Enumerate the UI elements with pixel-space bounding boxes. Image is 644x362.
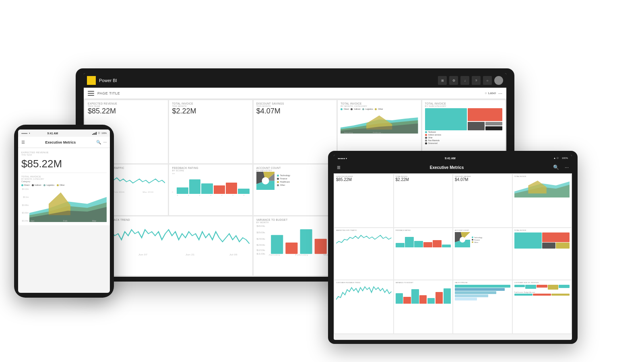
- treemap-legend: Outsourced: [425, 142, 502, 144]
- tablet-small-search-icon[interactable]: 🔍: [553, 165, 559, 170]
- svg-text:Feb 2016: Feb 2016: [114, 191, 124, 193]
- user-avatar[interactable]: [494, 76, 503, 85]
- small-kpi-value: $4.07M: [455, 177, 510, 182]
- phone-more-icon[interactable]: ···: [103, 140, 107, 144]
- settings-icon[interactable]: ⚙: [449, 76, 458, 85]
- tablet-small-dashboard: Expected Revenue $85.22M Total Invoice $…: [334, 173, 572, 334]
- signal-bars-icon: [92, 132, 97, 135]
- small-tablet-battery: 100%: [562, 157, 568, 159]
- legend-logistics: Logistics: [362, 108, 373, 110]
- carrier-label: ▾: [29, 132, 30, 134]
- svg-text:$40k: $40k: [256, 238, 265, 240]
- phone-chart-legend: Direct Indirect Logistics Other: [21, 184, 107, 186]
- phone-time: 9:41 AM: [47, 132, 58, 135]
- legend-item: Healthcare: [277, 181, 290, 183]
- download-icon[interactable]: ↓: [460, 76, 469, 85]
- phone-content: Expected Revenue THIS YEAR $85.22M Total…: [18, 148, 110, 225]
- svg-point-16: [262, 177, 269, 184]
- tablet-small-screen: ●●●●● ▾ 9:41 AM ▲ ⦾ 100% ☰ Executive Met…: [334, 155, 572, 340]
- svg-rect-33: [285, 243, 297, 254]
- small-feedback-card: Feedback Rating: [394, 228, 453, 279]
- tablet-small-hamburger-icon[interactable]: ☰: [337, 165, 341, 170]
- small-variance-card: Variance to Budget: [394, 280, 453, 333]
- pie-chart-svg: [256, 172, 275, 190]
- small-kpi-invoice: Total Invoice $2.22M: [394, 174, 453, 227]
- small-kpi-discount: Discount Savings $4.07M: [453, 174, 512, 227]
- chart-label: Total Invoice: [425, 102, 502, 105]
- legend-indirect: Indirect: [351, 108, 360, 110]
- treemap-legend: Indirect services: [425, 134, 502, 136]
- small-account-card: Account Count Technology Finance Other: [453, 228, 512, 279]
- phone-device: ●●●●● ▾ 9:41 AM ⦾ 100% ☰: [14, 125, 114, 298]
- legend-item: Finance: [277, 177, 290, 180]
- phone-status-right: ⦾ 100%: [92, 132, 107, 135]
- legend-item: Technology: [277, 174, 290, 177]
- svg-text:$20k: $20k: [256, 249, 265, 251]
- phone-app-header: ☰ Executive Metrics 🔍 ···: [18, 137, 110, 148]
- pbi-header: Power BI ⊞ ⚙ ↓ ? ○: [84, 73, 506, 88]
- phone-search-icon[interactable]: 🔍: [96, 140, 101, 144]
- chart-sublabel: BY SUBCATEGORY: [425, 105, 502, 107]
- small-chart-label: Customer Size vs. Revenue: [514, 282, 570, 284]
- page-title-label: PAGE TITLE: [97, 91, 120, 95]
- tablet-small-more-icon[interactable]: ···: [565, 165, 569, 170]
- kpi-value: $85.22M: [88, 107, 165, 115]
- pbi-subheader: PAGE TITLE ○ Label ···: [84, 88, 506, 99]
- phone-area-chart-svg: Jan Feb Mar: [29, 188, 107, 222]
- svg-rect-2: [92, 78, 93, 83]
- grid-icon[interactable]: ⊞: [438, 76, 447, 85]
- small-traffic-card: Marketing Site Traffic: [334, 228, 393, 279]
- pie-legend: Technology Finance Healthcare Other: [277, 174, 290, 187]
- svg-rect-34: [300, 229, 312, 254]
- kpi-label: Expected Revenue: [88, 102, 165, 105]
- pbi-header-actions: ⊞ ⚙ ↓ ? ○: [438, 76, 503, 85]
- tablet-small: ●●●●● ▾ 9:41 AM ▲ ⦾ 100% ☰ Executive Met…: [328, 151, 578, 344]
- svg-text:Feb: Feb: [63, 220, 67, 222]
- help-icon[interactable]: ?: [472, 76, 481, 85]
- svg-rect-35: [314, 239, 326, 254]
- treemap-legend: Hardware: [425, 131, 502, 133]
- svg-rect-0: [89, 80, 90, 83]
- kpi-value: $2.22M: [172, 107, 249, 115]
- small-treemap-card: Total Invoice: [513, 228, 572, 279]
- small-kpi-revenue: Expected Revenue $85.22M: [334, 174, 393, 227]
- more-options-icon[interactable]: ···: [498, 90, 502, 96]
- tablet-small-status-bar: ●●●●● ▾ 9:41 AM ▲ ⦾ 100%: [334, 155, 572, 161]
- svg-text:Jun 07: Jun 07: [138, 254, 148, 256]
- svg-text:Jan: Jan: [31, 220, 35, 222]
- small-pipeline-card: Sales Pipeline: [453, 280, 512, 333]
- svg-rect-1: [90, 79, 91, 83]
- phone-category-label: Category: [21, 180, 107, 183]
- svg-text:Jun 21: Jun 21: [186, 254, 195, 256]
- svg-marker-56: [528, 181, 546, 193]
- svg-text:$60k: $60k: [256, 225, 265, 227]
- kpi-total-invoice: Total Invoice THIS MONTH $2.22M: [169, 100, 252, 163]
- notifications-icon[interactable]: ○: [483, 76, 492, 85]
- small-trend-svg: [336, 284, 392, 304]
- phone-total-invoice-card: Total Invoice BY MONTH, CATEGORY Categor…: [21, 175, 107, 222]
- wifi-icon: ⦾: [98, 132, 100, 135]
- label-button[interactable]: ○ Label: [485, 91, 496, 95]
- svg-point-60: [460, 237, 465, 243]
- svg-text:Februa...: Februa...: [373, 132, 383, 133]
- phone-hamburger-icon[interactable]: ☰: [21, 140, 25, 144]
- phone-screen: ●●●●● ▾ 9:41 AM ⦾ 100% ☰: [18, 130, 110, 293]
- svg-rect-32: [271, 235, 283, 254]
- feedback-rating: Feedback Rating BY SCORE 100 0: [169, 165, 252, 216]
- phone-kpi1-value: $85.22M: [21, 158, 107, 170]
- small-kpi-value: $85.22M: [336, 177, 392, 182]
- hamburger-menu-icon[interactable]: [88, 91, 94, 96]
- pbi-app-title: Power BI: [99, 78, 117, 83]
- small-sparkline-svg: [336, 231, 392, 249]
- svg-text:Mar: Mar: [92, 220, 96, 222]
- svg-text:$30k: $30k: [256, 244, 265, 246]
- legend-direct: Direct: [21, 184, 29, 186]
- svg-text:$10k: $10k: [256, 253, 265, 255]
- legend-other: Other: [57, 184, 65, 186]
- svg-text:February: February: [295, 254, 308, 256]
- phone-app-title: Executive Metrics: [45, 140, 76, 144]
- small-trend-card: Customer Feedback Trend: [334, 280, 393, 333]
- legend-direct: Direct: [341, 108, 349, 110]
- small-chart-label: Account Count: [455, 229, 510, 231]
- small-chart-label: Total Invoice: [514, 229, 570, 231]
